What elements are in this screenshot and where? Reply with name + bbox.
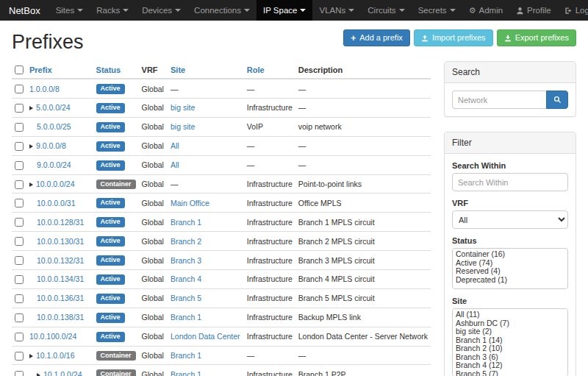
column-header-prefix[interactable]: Prefix <box>26 61 93 79</box>
nav-item-vlans[interactable]: VLANs <box>312 0 361 21</box>
site-option[interactable]: All (11) <box>453 311 567 319</box>
import-prefixes-button[interactable]: Import prefixes <box>414 29 493 46</box>
column-header-status[interactable]: Status <box>93 61 139 79</box>
prefix-link[interactable]: 10.0.0.128/31 <box>37 218 84 227</box>
site-link[interactable]: All <box>171 160 179 169</box>
row-checkbox[interactable] <box>15 275 24 284</box>
site-link[interactable]: Main Office <box>171 199 209 207</box>
site-link[interactable]: Branch 1 <box>171 313 201 322</box>
prefix-link[interactable]: 10.0.0.132/31 <box>37 256 84 265</box>
row-checkbox[interactable] <box>15 294 24 303</box>
nav-item-sites[interactable]: Sites <box>49 0 90 21</box>
site-link[interactable]: big site <box>171 122 195 131</box>
prefix-link[interactable]: 10.0.0.0/24 <box>36 180 75 188</box>
site-link[interactable]: Branch 2 <box>171 237 201 246</box>
site-link[interactable]: Branch 1 <box>171 351 201 360</box>
status-option[interactable]: Deprecated (1) <box>453 276 567 285</box>
row-checkbox[interactable] <box>15 199 24 207</box>
column-header-site[interactable]: Site <box>168 61 244 79</box>
row-checkbox[interactable] <box>15 371 24 376</box>
nav-item-devices[interactable]: Devices <box>135 0 187 21</box>
add-a-prefix-button[interactable]: +Add a prefix <box>343 29 410 46</box>
row-checkbox[interactable] <box>15 104 24 113</box>
row-checkbox[interactable] <box>15 352 24 361</box>
nav-item-circuits[interactable]: Circuits <box>361 0 411 21</box>
button-label: Add a prefix <box>359 33 403 43</box>
row-checkbox[interactable] <box>15 123 24 132</box>
description-cell: voip network <box>295 117 431 136</box>
nav-item-label: VLANs <box>319 6 345 15</box>
nav-item-ip-space[interactable]: IP Space <box>257 0 312 21</box>
row-checkbox[interactable] <box>15 237 24 246</box>
prefix-link[interactable]: 10.0.0.134/31 <box>37 274 84 283</box>
site-link[interactable]: Branch 5 <box>171 294 201 302</box>
nav-item-racks[interactable]: Racks <box>90 0 135 21</box>
site-link[interactable]: Branch 1 <box>171 370 201 376</box>
status-option[interactable]: Reserved (4) <box>453 267 567 276</box>
site-option[interactable]: Branch 4 (12) <box>453 361 567 370</box>
prefix-link[interactable]: 10.0.0.136/31 <box>37 294 84 302</box>
site-option[interactable]: Branch 2 (10) <box>453 344 567 353</box>
search-input[interactable] <box>452 91 546 109</box>
navbar-menu: SitesRacksDevicesConnectionsIP SpaceVLAN… <box>49 0 462 21</box>
site-link[interactable]: big site <box>171 103 195 112</box>
gear-icon: ⚙ <box>469 7 476 15</box>
row-checkbox[interactable] <box>15 313 24 322</box>
brand-link[interactable]: NetBox <box>0 0 49 21</box>
chevron-down-icon <box>175 9 181 12</box>
prefix-table: Prefix Status VRF Site Role Description … <box>12 61 431 376</box>
row-checkbox[interactable] <box>15 85 24 93</box>
search-button[interactable] <box>546 91 568 109</box>
vrf-select[interactable]: All <box>452 210 568 229</box>
prefix-link[interactable]: 10.0.100.0/24 <box>29 332 76 341</box>
row-checkbox[interactable] <box>15 256 24 265</box>
site-link[interactable]: All <box>171 141 179 150</box>
site-link[interactable]: Branch 4 <box>171 274 201 283</box>
prefix-link[interactable]: 10.0.0.130/31 <box>37 237 84 246</box>
row-checkbox[interactable] <box>15 161 24 170</box>
column-header-role[interactable]: Role <box>244 61 295 79</box>
status-badge: Active <box>96 217 125 227</box>
vrf-cell: Global <box>139 213 168 232</box>
navbar: NetBox SitesRacksDevicesConnectionsIP Sp… <box>0 0 588 21</box>
page-actions: +Add a prefixImport prefixesExport prefi… <box>343 29 576 46</box>
row-checkbox[interactable] <box>15 333 24 341</box>
prefix-link[interactable]: 1.0.0.0/8 <box>29 85 60 93</box>
status-multiselect[interactable]: Container (16)Active (74)Reserved (4)Dep… <box>452 248 568 289</box>
site-link[interactable]: Branch 3 <box>171 256 201 265</box>
vrf-cell: Global <box>139 174 168 194</box>
site-option[interactable]: big site (2) <box>453 327 567 336</box>
search-within-input[interactable] <box>452 173 568 191</box>
site-link[interactable]: Branch 1 <box>171 218 201 227</box>
nav-item-secrets[interactable]: Secrets <box>412 0 462 21</box>
nav-item-log-out[interactable]: Log out <box>558 0 588 21</box>
prefix-link[interactable]: 10.1.0.0/24 <box>43 370 82 376</box>
description-cell: London Data Center - Server Network <box>295 327 431 346</box>
nav-item-profile[interactable]: Profile <box>509 0 558 21</box>
vrf-cell: Global <box>139 117 168 136</box>
row-checkbox[interactable] <box>15 180 24 189</box>
prefix-link[interactable]: 10.0.0.0/31 <box>37 199 76 207</box>
nav-item-label: IP Space <box>263 6 297 15</box>
prefix-link[interactable]: 10.1.0.0/16 <box>36 351 75 360</box>
chevron-down-icon <box>244 9 250 12</box>
role-cell: — <box>244 346 295 365</box>
prefix-link[interactable]: 5.0.0.0/24 <box>36 103 71 112</box>
export-prefixes-button[interactable]: Export prefixes <box>497 29 576 46</box>
status-option[interactable]: Container (16) <box>453 250 567 259</box>
prefix-link[interactable]: 5.0.0.0/25 <box>37 122 71 131</box>
select-all-checkbox[interactable] <box>15 65 24 74</box>
nav-item-admin[interactable]: ⚙Admin <box>462 0 509 21</box>
prefix-link[interactable]: 10.0.0.138/31 <box>37 313 84 322</box>
description-cell: Branch 2 MPLS circuit <box>295 232 431 251</box>
nav-item-connections[interactable]: Connections <box>187 0 257 21</box>
site-link[interactable]: London Data Center <box>171 332 240 341</box>
chevron-down-icon <box>348 9 354 12</box>
row-checkbox[interactable] <box>15 218 24 227</box>
site-option[interactable]: Branch 5 (7) <box>453 370 567 376</box>
site-multiselect[interactable]: All (11)Ashburn DC (7)big site (2)Branch… <box>452 308 568 376</box>
row-checkbox[interactable] <box>15 142 24 151</box>
role-cell: Infrastructure <box>244 327 295 346</box>
prefix-link[interactable]: 9.0.0.0/8 <box>36 141 66 150</box>
prefix-link[interactable]: 9.0.0.0/24 <box>37 160 71 169</box>
